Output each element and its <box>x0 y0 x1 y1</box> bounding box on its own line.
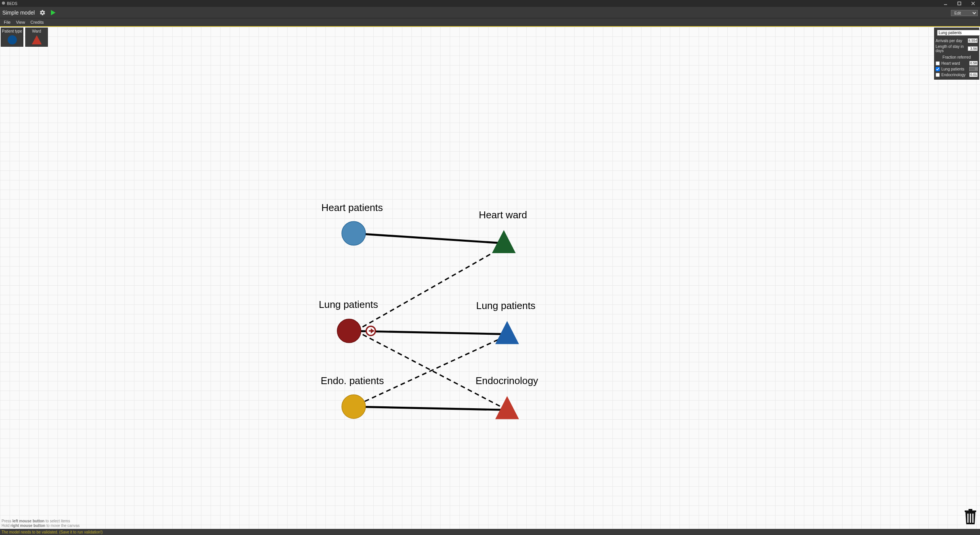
play-button[interactable] <box>50 10 56 16</box>
edge-lung-endoward <box>356 331 507 410</box>
menu-view[interactable]: View <box>16 20 25 25</box>
svg-rect-11 <box>965 510 976 512</box>
menu-credits[interactable]: Credits <box>30 20 44 25</box>
fraction-value-endo[interactable] <box>969 72 978 77</box>
svg-rect-14 <box>970 514 971 523</box>
fraction-row-endo: Endocrinology <box>936 72 978 77</box>
menu-file[interactable]: File <box>4 20 11 25</box>
palette-ward[interactable]: Ward <box>25 28 48 47</box>
triangle-icon <box>31 34 42 46</box>
fraction-check-heart[interactable] <box>936 61 940 65</box>
edge-lung-lungward <box>349 331 507 334</box>
fraction-check-endo[interactable] <box>936 73 940 77</box>
node-label-heart-ward: Heart ward <box>479 209 527 220</box>
svg-rect-13 <box>967 514 969 523</box>
svg-point-6 <box>8 35 17 44</box>
fraction-check-lung[interactable] <box>936 67 940 71</box>
node-label-heart-patients: Heart patients <box>322 202 383 213</box>
app-toolbar: Simple model Edit <box>0 7 980 18</box>
edge-endo-endoward <box>354 407 507 410</box>
menu-bar: File View Credits <box>0 18 980 26</box>
svg-rect-12 <box>969 509 972 510</box>
window-maximize-button[interactable] <box>954 1 965 6</box>
palette: Patient type Ward <box>1 28 48 47</box>
fraction-value-lung <box>969 67 978 71</box>
diagram-svg: Heart patients Lung patients Endo. patie… <box>0 27 980 529</box>
trash-button[interactable] <box>964 509 977 527</box>
model-title: Simple model <box>2 10 35 16</box>
fraction-label-endo: Endocrinology <box>941 73 968 77</box>
window-close-button[interactable] <box>968 1 978 6</box>
node-lung-patients[interactable] <box>337 319 361 343</box>
ubuntu-icon <box>2 1 5 6</box>
settings-button[interactable] <box>39 10 46 16</box>
trash-icon <box>964 509 977 525</box>
node-heart-ward[interactable] <box>492 230 516 253</box>
edge-endo-lungward <box>358 335 507 405</box>
edge-heart-heartward <box>354 233 504 243</box>
node-endo-patients[interactable] <box>342 395 366 419</box>
fraction-row-heart: Heart ward <box>936 61 978 65</box>
fraction-header: Fraction referred <box>936 55 978 59</box>
node-label-lung-ward: Lung patients <box>476 300 536 311</box>
los-input[interactable] <box>968 46 978 51</box>
inspector-panel: Arrivals per day Length of stay in days … <box>934 28 979 80</box>
edge-lung-heartward <box>356 247 504 331</box>
node-label-lung-patients: Lung patients <box>319 299 378 310</box>
status-bar: The model needs to be validated. (Save i… <box>0 529 980 535</box>
node-lung-ward[interactable] <box>495 321 519 344</box>
canvas-area[interactable]: Patient type Ward Heart patients Lung pa… <box>0 26 980 529</box>
node-endocrinology[interactable] <box>495 396 519 419</box>
svg-rect-2 <box>958 2 961 5</box>
palette-patient-type[interactable]: Patient type <box>1 28 23 47</box>
arrivals-label: Arrivals per day <box>936 39 962 43</box>
node-label-endocrinology: Endocrinology <box>475 375 538 386</box>
fraction-row-lung: Lung patients <box>936 67 978 71</box>
node-lung-handle[interactable] <box>366 326 376 335</box>
circle-icon <box>7 34 18 46</box>
mode-select[interactable]: Edit <box>951 10 978 16</box>
arrivals-input[interactable] <box>968 38 978 43</box>
fraction-label-heart: Heart ward <box>941 61 968 65</box>
svg-marker-9 <box>371 328 374 334</box>
inspector-name-input[interactable] <box>937 30 980 36</box>
svg-rect-15 <box>972 514 973 523</box>
fraction-label-lung: Lung patients <box>941 67 968 71</box>
node-label-endo-patients: Endo. patients <box>321 375 384 386</box>
palette-ward-label: Ward <box>32 29 41 33</box>
fraction-value-heart[interactable] <box>969 61 978 65</box>
window-titlebar: BEDS <box>0 0 980 7</box>
palette-patient-type-label: Patient type <box>2 29 22 33</box>
window-app-name: BEDS <box>7 2 17 6</box>
node-heart-patients[interactable] <box>342 221 366 245</box>
los-label: Length of stay in days <box>936 44 968 53</box>
canvas-hints: Press left mouse button to select items … <box>2 519 80 528</box>
svg-marker-7 <box>32 35 42 44</box>
svg-point-0 <box>2 2 5 5</box>
window-minimize-button[interactable] <box>940 1 951 6</box>
svg-marker-5 <box>51 10 56 15</box>
status-text: The model needs to be validated. (Save i… <box>2 530 103 534</box>
